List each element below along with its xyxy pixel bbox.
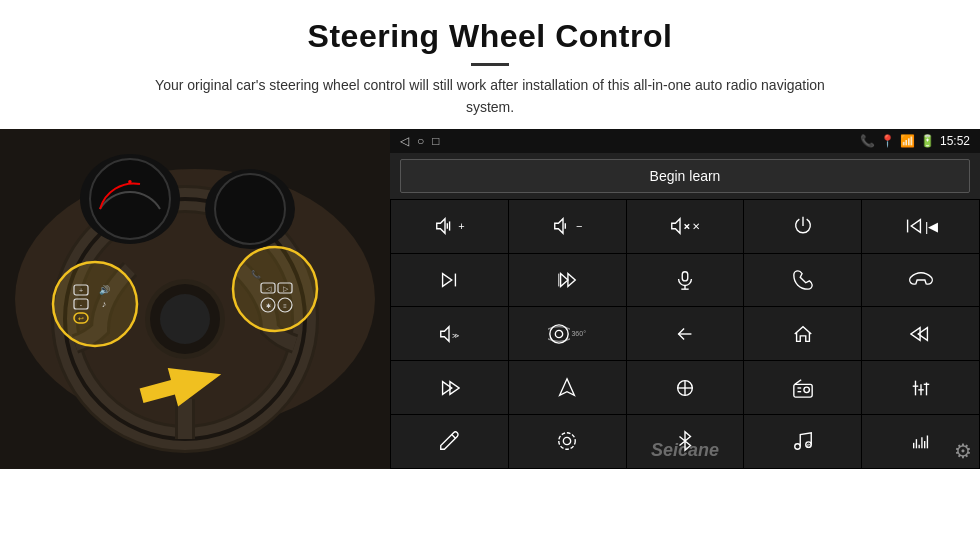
subtitle: Your original car's steering wheel contr…	[140, 74, 840, 119]
svg-marker-38	[672, 219, 680, 234]
time-display: 15:52	[940, 134, 970, 148]
vol-up-button[interactable]: +	[391, 200, 508, 253]
svg-point-63	[804, 387, 810, 393]
mute-button[interactable]: ✕	[627, 200, 744, 253]
svg-marker-51	[441, 326, 449, 341]
svg-text:✱: ✱	[266, 303, 271, 309]
page-wrapper: Steering Wheel Control Your original car…	[0, 0, 980, 548]
back-button[interactable]	[627, 307, 744, 360]
page-title: Steering Wheel Control	[40, 18, 940, 55]
next-fast-button[interactable]	[391, 361, 508, 414]
speaker-button[interactable]: ≫	[391, 307, 508, 360]
car-image-area: + - 🔊 ♪ ↩ 📞 ◁ ▷ ✱	[0, 129, 390, 469]
svg-point-7	[160, 294, 210, 344]
hang-up-button[interactable]	[862, 254, 979, 307]
svg-point-53	[556, 330, 563, 337]
content-section: + - 🔊 ♪ ↩ 📞 ◁ ▷ ✱	[0, 129, 980, 548]
equalizer-button[interactable]	[862, 361, 979, 414]
next-track-button[interactable]	[391, 254, 508, 307]
back-nav-icon[interactable]: ◁	[400, 134, 409, 148]
svg-rect-48	[682, 272, 688, 281]
title-divider	[471, 63, 509, 66]
battery-icon: 🔋	[920, 134, 935, 148]
svg-text:📞: 📞	[251, 269, 261, 279]
home-nav-icon[interactable]: ○	[417, 134, 424, 148]
svg-point-74	[559, 433, 576, 450]
svg-text:⚙: ⚙	[806, 443, 811, 450]
svg-point-32	[215, 174, 285, 244]
header-section: Steering Wheel Control Your original car…	[0, 0, 980, 129]
wifi-icon: 📶	[900, 134, 915, 148]
svg-marker-46	[568, 274, 575, 287]
svg-marker-58	[560, 378, 575, 395]
svg-marker-33	[437, 219, 445, 234]
power-button[interactable]	[744, 200, 861, 253]
vol-down-button[interactable]: −	[509, 200, 626, 253]
svg-text:≫: ≫	[452, 330, 459, 339]
car-background: + - 🔊 ♪ ↩ 📞 ◁ ▷ ✱	[0, 129, 390, 469]
pen-button[interactable]	[391, 415, 508, 468]
status-bar: ◁ ○ □ 📞 📍 📶 🔋 15:52	[390, 129, 980, 153]
svg-text:≡: ≡	[283, 303, 287, 309]
rewind-button[interactable]	[862, 307, 979, 360]
status-nav: ◁ ○ □	[400, 134, 440, 148]
svg-text:↩: ↩	[78, 315, 84, 322]
svg-point-73	[564, 438, 571, 445]
settings-round-button[interactable]	[509, 415, 626, 468]
svg-point-75	[795, 444, 801, 450]
ff-skip-button[interactable]	[509, 254, 626, 307]
svg-marker-41	[911, 220, 920, 233]
begin-learn-row: Begin learn	[390, 153, 980, 199]
radio-button[interactable]	[744, 361, 861, 414]
phone-button[interactable]	[744, 254, 861, 307]
head-unit: ◁ ○ □ 📞 📍 📶 🔋 15:52 Begin learn	[390, 129, 980, 469]
recent-nav-icon[interactable]: □	[432, 134, 439, 148]
location-icon: 📍	[880, 134, 895, 148]
svg-line-72	[452, 435, 456, 439]
camera-360-button[interactable]: 360°	[509, 307, 626, 360]
icon-grid: + − ✕ |◀	[390, 199, 980, 469]
svg-point-29	[90, 159, 170, 239]
svg-text:♪: ♪	[102, 299, 107, 309]
svg-marker-43	[443, 274, 452, 287]
navigation-button[interactable]	[509, 361, 626, 414]
svg-marker-36	[555, 219, 563, 234]
svg-point-8	[53, 262, 137, 346]
begin-learn-button[interactable]: Begin learn	[400, 159, 970, 193]
svg-marker-45	[561, 274, 568, 287]
svg-text:🔊: 🔊	[99, 284, 111, 296]
mic-button[interactable]	[627, 254, 744, 307]
status-indicators: 📞 📍 📶 🔋 15:52	[860, 134, 970, 148]
bluetooth-button[interactable]	[627, 415, 744, 468]
phone-icon: 📞	[860, 134, 875, 148]
steering-wheel-svg: + - 🔊 ♪ ↩ 📞 ◁ ▷ ✱	[0, 129, 390, 469]
gear-icon[interactable]: ⚙	[954, 439, 972, 463]
prev-skip-button[interactable]: |◀	[862, 200, 979, 253]
svg-text:+: +	[79, 287, 83, 294]
music-button[interactable]: ⚙	[744, 415, 861, 468]
home-button[interactable]	[744, 307, 861, 360]
source-button[interactable]	[627, 361, 744, 414]
